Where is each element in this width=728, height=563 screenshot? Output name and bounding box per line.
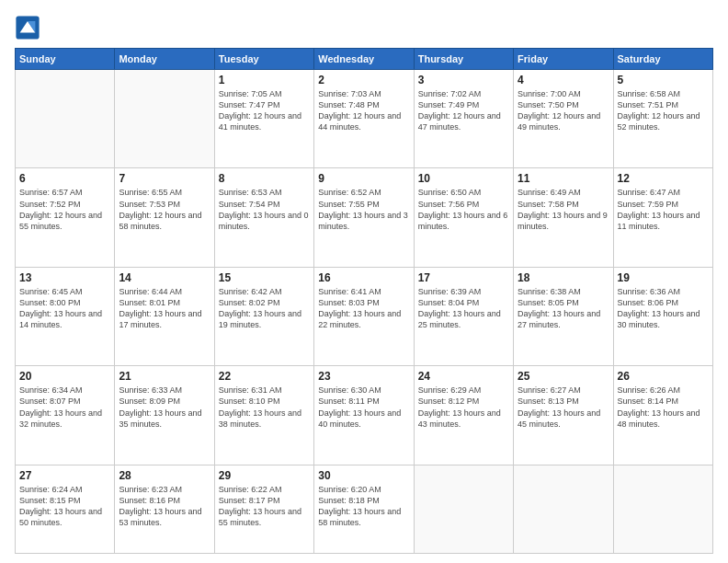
calendar-cell xyxy=(414,465,513,553)
day-number: 12 xyxy=(618,172,709,185)
calendar-week-4: 20Sunrise: 6:34 AM Sunset: 8:07 PM Dayli… xyxy=(16,366,713,465)
calendar-cell: 26Sunrise: 6:26 AM Sunset: 8:14 PM Dayli… xyxy=(613,366,712,465)
weekday-header-friday: Friday xyxy=(514,49,613,70)
calendar-cell: 5Sunrise: 6:58 AM Sunset: 7:51 PM Daylig… xyxy=(613,70,712,168)
day-number: 16 xyxy=(318,271,409,284)
calendar-week-2: 6Sunrise: 6:57 AM Sunset: 7:52 PM Daylig… xyxy=(16,168,713,267)
calendar-cell: 10Sunrise: 6:50 AM Sunset: 7:56 PM Dayli… xyxy=(414,168,513,267)
day-number: 18 xyxy=(518,271,609,284)
day-number: 23 xyxy=(318,370,409,383)
day-info: Sunrise: 6:36 AM Sunset: 8:06 PM Dayligh… xyxy=(618,286,709,331)
calendar-cell: 22Sunrise: 6:31 AM Sunset: 8:10 PM Dayli… xyxy=(214,366,313,465)
calendar-week-3: 13Sunrise: 6:45 AM Sunset: 8:00 PM Dayli… xyxy=(16,267,713,365)
calendar-cell: 15Sunrise: 6:42 AM Sunset: 8:02 PM Dayli… xyxy=(214,267,313,365)
weekday-header-monday: Monday xyxy=(115,49,214,70)
day-info: Sunrise: 6:58 AM Sunset: 7:51 PM Dayligh… xyxy=(618,88,709,133)
day-info: Sunrise: 7:03 AM Sunset: 7:48 PM Dayligh… xyxy=(318,88,409,133)
calendar-cell: 13Sunrise: 6:45 AM Sunset: 8:00 PM Dayli… xyxy=(16,267,115,365)
day-info: Sunrise: 6:57 AM Sunset: 7:52 PM Dayligh… xyxy=(19,187,110,232)
day-info: Sunrise: 6:31 AM Sunset: 8:10 PM Dayligh… xyxy=(219,385,310,430)
header xyxy=(15,15,713,40)
day-number: 24 xyxy=(418,370,509,383)
calendar-cell: 6Sunrise: 6:57 AM Sunset: 7:52 PM Daylig… xyxy=(16,168,115,267)
day-number: 15 xyxy=(219,271,310,284)
calendar-cell: 25Sunrise: 6:27 AM Sunset: 8:13 PM Dayli… xyxy=(514,366,613,465)
day-number: 27 xyxy=(19,469,110,482)
day-info: Sunrise: 6:20 AM Sunset: 8:18 PM Dayligh… xyxy=(318,484,409,529)
calendar-cell xyxy=(16,70,115,168)
calendar-cell: 16Sunrise: 6:41 AM Sunset: 8:03 PM Dayli… xyxy=(314,267,414,365)
day-number: 13 xyxy=(19,271,110,284)
day-number: 25 xyxy=(518,370,609,383)
calendar-cell: 1Sunrise: 7:05 AM Sunset: 7:47 PM Daylig… xyxy=(214,70,313,168)
day-number: 21 xyxy=(119,370,210,383)
day-info: Sunrise: 7:00 AM Sunset: 7:50 PM Dayligh… xyxy=(518,88,609,133)
day-number: 26 xyxy=(618,370,709,383)
logo xyxy=(15,15,42,40)
calendar-cell: 17Sunrise: 6:39 AM Sunset: 8:04 PM Dayli… xyxy=(414,267,513,365)
calendar-cell: 18Sunrise: 6:38 AM Sunset: 8:05 PM Dayli… xyxy=(514,267,613,365)
day-number: 28 xyxy=(119,469,210,482)
calendar-cell: 29Sunrise: 6:22 AM Sunset: 8:17 PM Dayli… xyxy=(214,465,313,553)
day-info: Sunrise: 6:23 AM Sunset: 8:16 PM Dayligh… xyxy=(119,484,210,529)
calendar-cell: 23Sunrise: 6:30 AM Sunset: 8:11 PM Dayli… xyxy=(314,366,414,465)
day-number: 30 xyxy=(318,469,409,482)
day-info: Sunrise: 6:29 AM Sunset: 8:12 PM Dayligh… xyxy=(418,385,509,430)
calendar-cell xyxy=(613,465,712,553)
day-info: Sunrise: 6:41 AM Sunset: 8:03 PM Dayligh… xyxy=(318,286,409,331)
day-info: Sunrise: 6:47 AM Sunset: 7:59 PM Dayligh… xyxy=(618,187,709,232)
day-info: Sunrise: 7:02 AM Sunset: 7:49 PM Dayligh… xyxy=(418,88,509,133)
calendar-cell: 12Sunrise: 6:47 AM Sunset: 7:59 PM Dayli… xyxy=(613,168,712,267)
calendar-week-1: 1Sunrise: 7:05 AM Sunset: 7:47 PM Daylig… xyxy=(16,70,713,168)
calendar-cell: 8Sunrise: 6:53 AM Sunset: 7:54 PM Daylig… xyxy=(214,168,313,267)
day-info: Sunrise: 6:22 AM Sunset: 8:17 PM Dayligh… xyxy=(219,484,310,529)
weekday-header-thursday: Thursday xyxy=(414,49,513,70)
calendar-table: SundayMondayTuesdayWednesdayThursdayFrid… xyxy=(15,48,713,554)
calendar-cell: 24Sunrise: 6:29 AM Sunset: 8:12 PM Dayli… xyxy=(414,366,513,465)
calendar-week-5: 27Sunrise: 6:24 AM Sunset: 8:15 PM Dayli… xyxy=(16,465,713,553)
weekday-header-wednesday: Wednesday xyxy=(314,49,414,70)
day-info: Sunrise: 6:45 AM Sunset: 8:00 PM Dayligh… xyxy=(19,286,110,331)
day-number: 17 xyxy=(418,271,509,284)
day-number: 9 xyxy=(318,172,409,185)
day-number: 10 xyxy=(418,172,509,185)
day-number: 1 xyxy=(219,74,310,86)
day-info: Sunrise: 6:55 AM Sunset: 7:53 PM Dayligh… xyxy=(119,187,210,232)
day-info: Sunrise: 6:39 AM Sunset: 8:04 PM Dayligh… xyxy=(418,286,509,331)
calendar-cell: 3Sunrise: 7:02 AM Sunset: 7:49 PM Daylig… xyxy=(414,70,513,168)
page: SundayMondayTuesdayWednesdayThursdayFrid… xyxy=(0,0,728,563)
day-number: 3 xyxy=(418,74,509,86)
day-info: Sunrise: 6:38 AM Sunset: 8:05 PM Dayligh… xyxy=(518,286,609,331)
day-info: Sunrise: 6:44 AM Sunset: 8:01 PM Dayligh… xyxy=(119,286,210,331)
calendar-cell xyxy=(514,465,613,553)
calendar-cell: 14Sunrise: 6:44 AM Sunset: 8:01 PM Dayli… xyxy=(115,267,214,365)
calendar-cell: 2Sunrise: 7:03 AM Sunset: 7:48 PM Daylig… xyxy=(314,70,414,168)
day-number: 20 xyxy=(19,370,110,383)
calendar-cell: 9Sunrise: 6:52 AM Sunset: 7:55 PM Daylig… xyxy=(314,168,414,267)
day-number: 5 xyxy=(618,74,709,86)
weekday-header-saturday: Saturday xyxy=(613,49,712,70)
day-number: 7 xyxy=(119,172,210,185)
day-info: Sunrise: 6:24 AM Sunset: 8:15 PM Dayligh… xyxy=(19,484,110,529)
day-info: Sunrise: 6:42 AM Sunset: 8:02 PM Dayligh… xyxy=(219,286,310,331)
day-number: 8 xyxy=(219,172,310,185)
calendar-cell xyxy=(115,70,214,168)
day-number: 29 xyxy=(219,469,310,482)
weekday-header-sunday: Sunday xyxy=(16,49,115,70)
day-number: 14 xyxy=(119,271,210,284)
day-number: 6 xyxy=(19,172,110,185)
day-info: Sunrise: 6:49 AM Sunset: 7:58 PM Dayligh… xyxy=(518,187,609,232)
weekday-header-tuesday: Tuesday xyxy=(214,49,313,70)
calendar-cell: 4Sunrise: 7:00 AM Sunset: 7:50 PM Daylig… xyxy=(514,70,613,168)
day-number: 22 xyxy=(219,370,310,383)
day-info: Sunrise: 6:52 AM Sunset: 7:55 PM Dayligh… xyxy=(318,187,409,232)
day-info: Sunrise: 6:53 AM Sunset: 7:54 PM Dayligh… xyxy=(219,187,310,232)
calendar-cell: 20Sunrise: 6:34 AM Sunset: 8:07 PM Dayli… xyxy=(16,366,115,465)
weekday-header-row: SundayMondayTuesdayWednesdayThursdayFrid… xyxy=(16,49,713,70)
calendar-cell: 11Sunrise: 6:49 AM Sunset: 7:58 PM Dayli… xyxy=(514,168,613,267)
calendar-cell: 28Sunrise: 6:23 AM Sunset: 8:16 PM Dayli… xyxy=(115,465,214,553)
calendar-cell: 19Sunrise: 6:36 AM Sunset: 8:06 PM Dayli… xyxy=(613,267,712,365)
day-number: 19 xyxy=(618,271,709,284)
day-info: Sunrise: 6:30 AM Sunset: 8:11 PM Dayligh… xyxy=(318,385,409,430)
day-number: 4 xyxy=(518,74,609,86)
